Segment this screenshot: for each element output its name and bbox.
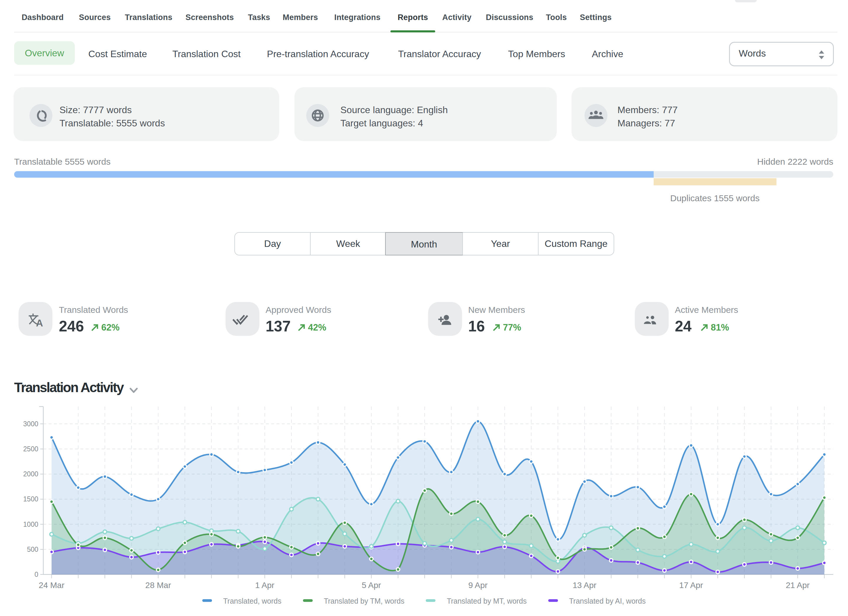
svg-text:2000: 2000 — [23, 470, 38, 478]
svg-text:500: 500 — [27, 546, 38, 553]
svg-text:3000: 3000 — [23, 420, 38, 428]
svg-text:9 Apr: 9 Apr — [468, 580, 488, 590]
svg-text:24 Mar: 24 Mar — [39, 580, 64, 590]
svg-text:1 Apr: 1 Apr — [255, 580, 274, 590]
svg-text:28 Mar: 28 Mar — [145, 580, 171, 590]
svg-text:5 Apr: 5 Apr — [362, 580, 381, 590]
svg-text:13 Apr: 13 Apr — [573, 580, 596, 590]
svg-text:2500: 2500 — [23, 445, 38, 453]
svg-text:1000: 1000 — [23, 521, 38, 528]
svg-text:17 Apr: 17 Apr — [679, 580, 703, 590]
svg-text:0: 0 — [34, 571, 38, 578]
svg-text:21 Apr: 21 Apr — [786, 580, 810, 590]
svg-text:1500: 1500 — [23, 495, 38, 503]
